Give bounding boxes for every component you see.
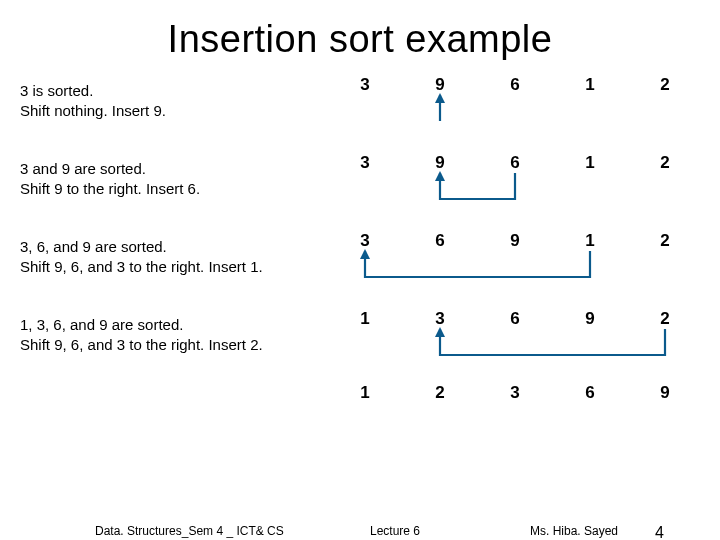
step-desc-line1: 1, 3, 6, and 9 are sorted. [20, 315, 310, 335]
num-cell: 6 [505, 309, 525, 329]
num-cell: 1 [355, 383, 375, 403]
step-desc: 3 and 9 are sorted.Shift 9 to the right.… [20, 147, 310, 200]
final-row: 1 2 3 6 9 [20, 381, 700, 421]
insert-arrow [310, 249, 690, 294]
insert-arrow [310, 171, 690, 216]
final-desc [20, 381, 310, 385]
step-nums: 13692 [310, 303, 690, 375]
num-cell: 2 [655, 75, 675, 95]
step-desc-line1: 3 is sorted. [20, 81, 310, 101]
footer-right: Ms. Hiba. Sayed [530, 524, 618, 538]
num-cell: 3 [430, 309, 450, 329]
step-desc-line2: Shift 9, 6, and 3 to the right. Insert 2… [20, 335, 310, 355]
svg-marker-2 [360, 249, 370, 259]
step-desc-line2: Shift 9 to the right. Insert 6. [20, 179, 310, 199]
step-desc-line1: 3 and 9 are sorted. [20, 159, 310, 179]
svg-marker-1 [435, 171, 445, 181]
step-desc-line2: Shift 9, 6, and 3 to the right. Insert 1… [20, 257, 310, 277]
num-cell: 6 [505, 75, 525, 95]
num-cell: 2 [655, 309, 675, 329]
footer-left: Data. Structures_Sem 4 _ ICT& CS [95, 524, 284, 538]
footer-mid: Lecture 6 [370, 524, 420, 538]
svg-marker-0 [435, 93, 445, 103]
num-cell: 9 [655, 383, 675, 403]
num-cell: 6 [430, 231, 450, 251]
insert-arrow [310, 327, 690, 372]
step-row: 3, 6, and 9 are sorted.Shift 9, 6, and 3… [20, 225, 700, 297]
num-cell: 1 [580, 75, 600, 95]
num-cell: 1 [580, 153, 600, 173]
num-cell: 9 [430, 75, 450, 95]
step-row: 1, 3, 6, and 9 are sorted.Shift 9, 6, an… [20, 303, 700, 375]
final-nums: 1 2 3 6 9 [310, 381, 690, 421]
num-cell: 1 [355, 309, 375, 329]
step-desc-line1: 3, 6, and 9 are sorted. [20, 237, 310, 257]
step-desc-line2: Shift nothing. Insert 9. [20, 101, 310, 121]
insert-arrow [310, 93, 690, 138]
step-row: 3 and 9 are sorted.Shift 9 to the right.… [20, 147, 700, 219]
step-nums: 36912 [310, 225, 690, 297]
slide-content: 3 is sorted.Shift nothing. Insert 9.3961… [0, 69, 720, 421]
num-cell: 3 [355, 153, 375, 173]
num-cell: 3 [355, 231, 375, 251]
step-desc: 3, 6, and 9 are sorted.Shift 9, 6, and 3… [20, 225, 310, 278]
num-cell: 9 [430, 153, 450, 173]
num-cell: 6 [580, 383, 600, 403]
step-nums: 39612 [310, 147, 690, 219]
footer-page: 4 [655, 524, 664, 540]
num-cell: 9 [505, 231, 525, 251]
slide-title: Insertion sort example [0, 0, 720, 69]
num-cell: 6 [505, 153, 525, 173]
num-cell: 9 [580, 309, 600, 329]
num-cell: 2 [430, 383, 450, 403]
num-cell: 3 [505, 383, 525, 403]
step-desc: 1, 3, 6, and 9 are sorted.Shift 9, 6, an… [20, 303, 310, 356]
step-row: 3 is sorted.Shift nothing. Insert 9.3961… [20, 69, 700, 141]
step-desc: 3 is sorted.Shift nothing. Insert 9. [20, 69, 310, 122]
num-cell: 3 [355, 75, 375, 95]
num-cell: 2 [655, 231, 675, 251]
step-nums: 39612 [310, 69, 690, 141]
num-cell: 1 [580, 231, 600, 251]
num-cell: 2 [655, 153, 675, 173]
svg-marker-3 [435, 327, 445, 337]
